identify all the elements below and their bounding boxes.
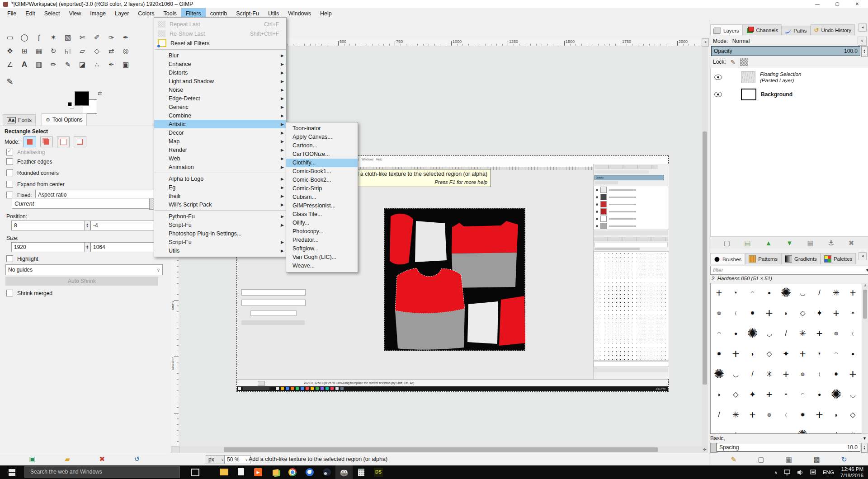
artistic-item-clothify[interactable]: Clothify... <box>286 159 358 167</box>
brush-item[interactable]: / <box>811 283 828 302</box>
calculator-button[interactable] <box>353 465 370 479</box>
tab-tool-options[interactable]: ⚙ Tool Options <box>42 113 87 126</box>
brush-item[interactable]: ✹ <box>711 344 727 363</box>
brush-item[interactable]: ◡ <box>727 365 744 384</box>
layer-mode-row[interactable]: Mode: Normal <box>713 38 750 44</box>
new-brush-icon[interactable]: ▢ <box>758 456 764 464</box>
tool-ink[interactable]: ✒ <box>104 58 118 71</box>
brush-item[interactable]: ◇ <box>727 385 744 404</box>
antialiasing-option[interactable]: Antialiasing <box>6 149 45 155</box>
duplicate-brush-icon[interactable]: ▣ <box>786 456 792 464</box>
brush-item[interactable]: ✶ <box>778 385 794 404</box>
filters-menu-item-animation[interactable]: Animation▶ <box>154 163 286 171</box>
brush-category-dropdown[interactable]: Basic, ▼ <box>710 435 867 442</box>
photos-button[interactable] <box>267 465 284 479</box>
artistic-item-apply-canvas[interactable]: Apply Canvas... <box>286 133 358 141</box>
brush-item[interactable]: ✹ <box>828 365 844 384</box>
duplicate-layer-icon[interactable]: ▦ <box>807 239 814 247</box>
tool-eraser[interactable]: ◪ <box>75 58 89 71</box>
brush-item[interactable]: + <box>794 344 811 363</box>
brush-item[interactable]: ✺ <box>778 283 794 302</box>
tool-scale[interactable]: ◱ <box>61 45 75 57</box>
layer-mode-dropdown[interactable]: ∨ <box>858 37 867 46</box>
refresh-brushes-icon[interactable]: ↻ <box>841 456 847 464</box>
open-folder-icon[interactable]: ▰ <box>65 455 70 463</box>
artistic-item-cubism[interactable]: Cubism... <box>286 193 358 202</box>
filters-menu-item-artistic[interactable]: Artistic▶ <box>154 120 286 128</box>
filters-menu-item-reset-all-filters[interactable]: Reset all Filters <box>154 38 286 48</box>
brush-item[interactable]: ✺ <box>744 324 761 343</box>
brush-item[interactable]: ( <box>811 365 828 384</box>
tab-paths[interactable]: Paths <box>782 26 810 35</box>
brush-item[interactable]: ✺ <box>711 365 727 384</box>
clock[interactable]: 12:46 PM 7/18/2016 <box>840 466 863 479</box>
filters-menu-item-combine[interactable]: Combine▶ <box>154 111 286 120</box>
canvas-menu-button[interactable]: ◂ <box>702 38 709 47</box>
tool-pencil[interactable]: ✏ <box>47 58 60 71</box>
tool-crop[interactable]: ▦ <box>32 45 46 57</box>
tool-scissors-select[interactable]: ✄ <box>75 31 89 44</box>
filters-menu-item-blur[interactable]: Blur▶ <box>154 51 286 60</box>
horizontal-scrollbar-thumb[interactable] <box>224 447 658 452</box>
raise-layer-icon[interactable]: ▲ <box>765 239 772 247</box>
artistic-item-softglow[interactable]: Softglow... <box>286 244 358 253</box>
guides-dropdown[interactable]: No guides ∨ <box>5 264 163 275</box>
layer-row-floating[interactable]: Floating Selection(Pasted Layer) <box>711 68 868 87</box>
menu-select[interactable]: Select <box>40 8 65 19</box>
brush-item[interactable]: ◗ <box>711 385 727 404</box>
delete-brush-icon[interactable]: ▩ <box>813 456 820 464</box>
brush-grid[interactable]: +✶◠●✺◡/✳+◍(✹+◗◇✦+✶◠●✺◡/✳+◍(✹+◗◇✦+✶◠●✺◡/✳… <box>710 283 862 434</box>
brush-item[interactable]: + <box>844 283 861 302</box>
tool-gradient[interactable]: ▥ <box>32 58 46 71</box>
new-layer-icon[interactable]: ▢ <box>724 239 730 247</box>
feather-edges-checkbox[interactable] <box>6 158 13 165</box>
filters-menu-item-script-fu[interactable]: Script-Fu▶ <box>154 238 286 246</box>
artistic-item-glass-tile[interactable]: Glass Tile... <box>286 210 358 219</box>
filters-menu-item-generic[interactable]: Generic▶ <box>154 103 286 111</box>
filters-menu-item-map[interactable]: Map▶ <box>154 137 286 146</box>
horizontal-scrollbar[interactable] <box>179 446 702 453</box>
volume-icon[interactable] <box>797 470 804 475</box>
brush-item[interactable]: ✦ <box>778 344 794 363</box>
position-x-input[interactable]: 8 <box>11 221 88 230</box>
tool-color-picker[interactable]: ✒ <box>119 31 132 44</box>
artistic-item-cartoon[interactable]: Cartoon... <box>286 141 358 150</box>
artistic-item-oilify[interactable]: Oilify... <box>286 219 358 227</box>
dock-menu-icon[interactable]: ◂ <box>859 23 867 32</box>
vertical-scrollbar[interactable] <box>702 46 708 446</box>
tab-fonts[interactable]: Aa Fonts <box>3 114 36 126</box>
size-h-input[interactable]: 1064 <box>90 242 159 252</box>
rounded-corners-checkbox[interactable] <box>6 169 13 176</box>
file-explorer-button[interactable] <box>215 465 232 479</box>
auto-shrink-button[interactable]: Auto Shrink <box>5 277 158 286</box>
brush-item[interactable]: ✳ <box>761 365 778 384</box>
brush-item[interactable]: ◇ <box>844 405 861 424</box>
tray-expand-icon[interactable]: ∧ <box>774 470 778 475</box>
navigation-button[interactable]: ✛ <box>702 446 708 453</box>
shrink-merged-checkbox[interactable] <box>6 290 13 296</box>
brush-item[interactable]: ◇ <box>794 304 811 323</box>
mode-replace-button[interactable] <box>24 136 36 147</box>
brush-item[interactable]: ● <box>778 426 794 434</box>
antialiasing-checkbox[interactable] <box>6 149 13 155</box>
brush-item[interactable]: ✺ <box>828 385 844 404</box>
shrink-merged-option[interactable]: Shrink merged <box>6 290 52 296</box>
opacity-slider[interactable]: Opacity 100.0 <box>711 46 860 56</box>
tool-select-by-color[interactable]: ▧ <box>61 31 75 44</box>
artistic-item-gimpressionist[interactable]: GIMPressionist... <box>286 202 358 210</box>
brush-item[interactable]: ● <box>761 283 778 302</box>
brush-item[interactable]: ◠ <box>828 344 844 363</box>
action-center-icon[interactable] <box>810 470 816 475</box>
expand-center-option[interactable]: Expand from center <box>6 181 65 188</box>
artistic-item-van-gogh-lic[interactable]: Van Gogh (LIC)... <box>286 253 358 262</box>
filters-menu-item-photoshop-plug-in-settings[interactable]: Photoshop Plug-in Settings... <box>154 229 286 238</box>
filters-menu-item-web[interactable]: Web▶ <box>154 154 286 163</box>
brush-item[interactable]: + <box>711 283 727 302</box>
filters-menu-item-enhance[interactable]: Enhance▶ <box>154 60 286 68</box>
brush-item[interactable]: / <box>711 405 727 424</box>
size-w-input[interactable]: 1920 <box>11 242 88 252</box>
brush-item[interactable]: + <box>778 365 794 384</box>
brush-item[interactable]: + <box>811 405 828 424</box>
menu-view[interactable]: View <box>64 8 85 19</box>
filters-menu-item-noise[interactable]: Noise▶ <box>154 85 286 94</box>
